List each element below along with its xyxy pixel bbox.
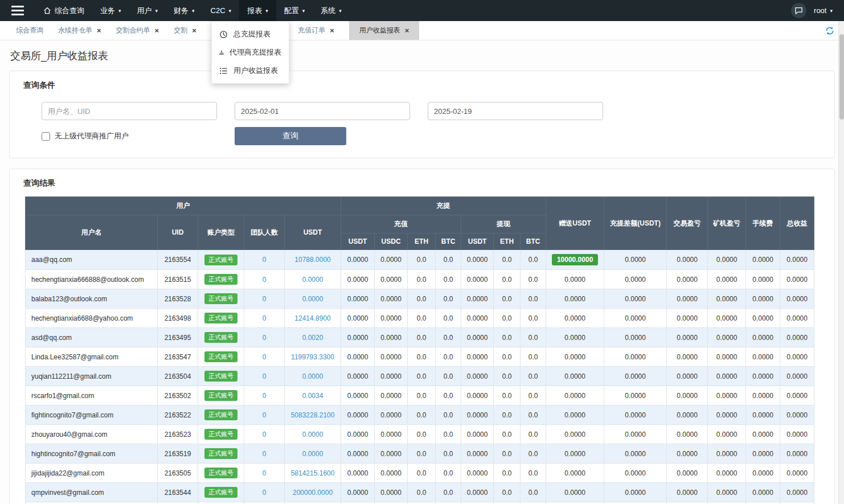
tab-label: 交割 bbox=[174, 26, 187, 35]
team-count-link[interactable]: 0 bbox=[263, 450, 267, 458]
cell-wd-eth: 0.0 bbox=[494, 328, 521, 347]
scrollbar-thumb[interactable] bbox=[839, 34, 844, 120]
cell-usdt-balance: 0.0000 bbox=[285, 367, 341, 386]
cell-miner: 0.0000 bbox=[708, 309, 746, 328]
cell-account-type: 正式账号 bbox=[198, 444, 244, 464]
chevron-down-icon: ▾ bbox=[830, 8, 833, 14]
cell-total: 0.0000 bbox=[780, 444, 814, 464]
usdt-balance-link[interactable]: 12414.8900 bbox=[294, 314, 330, 322]
cell-diff: 0.0000 bbox=[604, 502, 667, 504]
date-to-input[interactable] bbox=[428, 102, 603, 120]
cell-diff: 0.0000 bbox=[604, 328, 667, 347]
team-count-link[interactable]: 0 bbox=[263, 353, 267, 361]
gift-usdt-badge: 10000.0000 bbox=[552, 254, 598, 265]
no-agent-checkbox[interactable] bbox=[42, 132, 50, 141]
username-uid-input[interactable] bbox=[42, 102, 217, 120]
usdt-balance-link[interactable]: 0.0000 bbox=[302, 450, 323, 458]
tab-delivery-contracts[interactable]: 交割合约单 × bbox=[116, 21, 159, 40]
close-icon[interactable]: × bbox=[405, 27, 409, 34]
close-icon[interactable]: × bbox=[192, 27, 196, 34]
chat-icon[interactable] bbox=[791, 3, 806, 18]
cell-wd-btc: 0.0 bbox=[521, 464, 546, 483]
nav-item-config[interactable]: 配置 ▾ bbox=[276, 0, 313, 21]
header-total-income: 总收益 bbox=[780, 197, 814, 250]
cell-fee: 0.0000 bbox=[746, 347, 780, 367]
nav-item-dashboard[interactable]: 综合查询 bbox=[35, 0, 92, 21]
cell-dep-usdt: 0.0000 bbox=[341, 405, 375, 425]
team-count-link[interactable]: 0 bbox=[263, 276, 267, 284]
date-from-input[interactable] bbox=[235, 102, 410, 120]
team-count-link[interactable]: 0 bbox=[263, 431, 267, 439]
chevron-down-icon: ▾ bbox=[339, 8, 342, 14]
cell-uid: 2163515 bbox=[158, 270, 198, 289]
team-count-link[interactable]: 0 bbox=[263, 256, 267, 264]
nav-item-c2c[interactable]: C2C ▾ bbox=[203, 0, 240, 21]
tab-overview[interactable]: 综合查询 bbox=[16, 21, 43, 40]
close-icon[interactable]: × bbox=[97, 27, 101, 34]
usdt-balance-link[interactable]: 0.0000 bbox=[302, 276, 323, 284]
usdt-balance-link[interactable]: 0.0020 bbox=[302, 334, 323, 342]
nav-item-reports[interactable]: 报表 ▾ bbox=[239, 0, 276, 21]
team-count-link[interactable]: 0 bbox=[263, 334, 267, 342]
table-row: hightincognito7@gmail.com2163519正式账号00.0… bbox=[26, 444, 814, 464]
cell-account-type: 正式账号 bbox=[198, 367, 244, 386]
nav-item-finance[interactable]: 财务 ▾ bbox=[166, 0, 203, 21]
cell-username: aaa@qq.com bbox=[26, 250, 158, 270]
close-icon[interactable]: × bbox=[155, 27, 159, 34]
usdt-balance-link[interactable]: 10788.0000 bbox=[294, 256, 330, 264]
cell-dep-usdc: 0.0000 bbox=[375, 444, 408, 464]
cell-wd-btc: 0.0 bbox=[521, 309, 546, 328]
menu-item-total-deposit-withdraw-report[interactable]: 总充提报表 bbox=[212, 25, 289, 43]
cell-dep-usdt: 0.0000 bbox=[341, 425, 375, 444]
search-button[interactable]: 查询 bbox=[235, 127, 346, 145]
refresh-button[interactable] bbox=[825, 26, 835, 38]
team-count-link[interactable]: 0 bbox=[263, 489, 267, 497]
cell-fee: 0.0000 bbox=[746, 386, 780, 405]
team-count-link[interactable]: 0 bbox=[263, 295, 267, 303]
refresh-icon bbox=[825, 26, 835, 36]
team-count-link[interactable]: 0 bbox=[263, 372, 267, 380]
nav-item-users[interactable]: 用户 ▾ bbox=[129, 0, 166, 21]
usdt-balance-link[interactable]: 1199793.3300 bbox=[291, 353, 334, 361]
team-count-link[interactable]: 0 bbox=[263, 411, 267, 419]
usdt-balance-link[interactable]: 5814215.1600 bbox=[291, 469, 335, 477]
cell-trade: 0.0000 bbox=[667, 270, 708, 289]
cell-gift-usdt: 0.0000 bbox=[546, 425, 604, 444]
cell-dep-eth: 0.0 bbox=[408, 250, 436, 270]
cell-uid: 2163523 bbox=[158, 425, 198, 444]
menu-item-user-income-report[interactable]: 用户收益报表 bbox=[212, 62, 289, 80]
team-count-link[interactable]: 0 bbox=[263, 314, 267, 322]
tab-deposit-orders[interactable]: 充值订单 × bbox=[298, 21, 334, 40]
usdt-balance-link[interactable]: 0.0000 bbox=[302, 372, 323, 380]
cell-trade: 0.0000 bbox=[667, 328, 708, 347]
menu-item-agent-deposit-withdraw-report[interactable]: 代理商充提报表 bbox=[212, 43, 289, 62]
chevron-down-icon: ▾ bbox=[302, 8, 305, 14]
cell-dep-eth: 0.0 bbox=[408, 502, 436, 504]
nav-item-system[interactable]: 系统 ▾ bbox=[313, 0, 350, 21]
close-icon[interactable]: × bbox=[330, 27, 334, 34]
usdt-balance-link[interactable]: 0.0000 bbox=[302, 431, 323, 439]
cell-diff: 0.0000 bbox=[604, 250, 667, 270]
hamburger-menu-button[interactable] bbox=[0, 0, 35, 21]
nav-item-business[interactable]: 业务 ▾ bbox=[92, 0, 129, 21]
main-menu: 综合查询 业务 ▾ 用户 ▾ 财务 ▾ C2C ▾ 报表 ▾ 配置 ▾ 系统 ▾ bbox=[35, 0, 350, 21]
query-form: 无上级代理商推广用户 查询 bbox=[10, 91, 834, 158]
cell-fee: 0.0000 bbox=[746, 309, 780, 328]
cell-wd-usdt: 0.0000 bbox=[461, 250, 494, 270]
usdt-balance-link[interactable]: 0.0034 bbox=[302, 392, 323, 400]
vertical-scrollbar[interactable] bbox=[838, 0, 844, 504]
team-count-link[interactable]: 0 bbox=[263, 469, 267, 477]
usdt-balance-link[interactable]: 5083228.2100 bbox=[291, 411, 335, 419]
user-menu[interactable]: root ▾ bbox=[814, 6, 833, 15]
usdt-balance-link[interactable]: 0.0000 bbox=[302, 295, 323, 303]
chevron-down-icon: ▾ bbox=[229, 8, 232, 14]
cell-wd-usdt: 0.0000 bbox=[461, 309, 494, 328]
table-row: hechengtianxia6688@yahoo.com2163498正式账号0… bbox=[26, 309, 814, 328]
tab-user-income-report[interactable]: 用户收益报表 × bbox=[349, 21, 420, 40]
cell-total: 0.0000 bbox=[780, 367, 814, 386]
team-count-link[interactable]: 0 bbox=[263, 392, 267, 400]
cell-gift-usdt: 0.0000 bbox=[546, 289, 604, 309]
tab-perpetual-positions[interactable]: 永续持仓单 × bbox=[58, 21, 101, 40]
usdt-balance-link[interactable]: 200000.0000 bbox=[293, 489, 333, 497]
cell-total: 0.0000 bbox=[780, 386, 814, 405]
